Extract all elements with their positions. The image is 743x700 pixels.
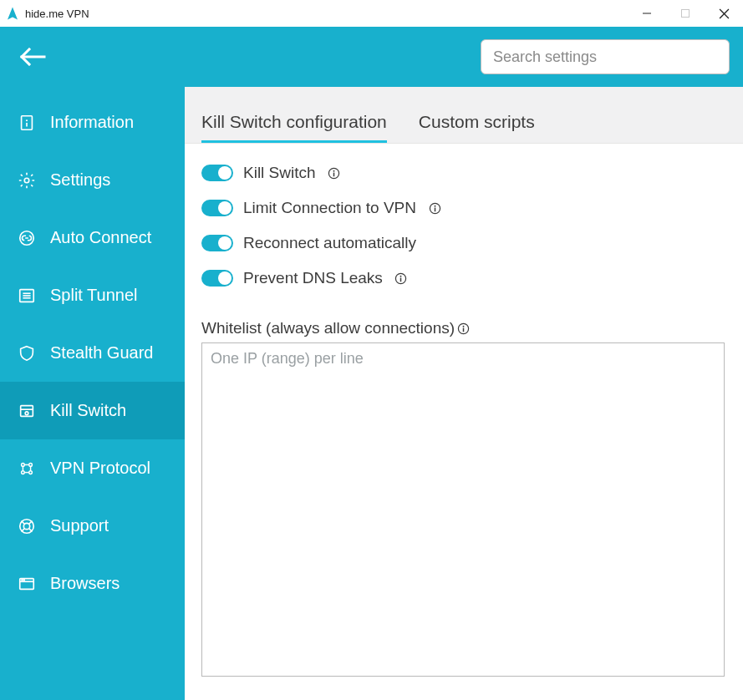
sidebar-item-kill-switch[interactable]: Kill Switch <box>0 382 185 439</box>
toggle-limit-connection[interactable] <box>201 200 233 216</box>
sidebar-item-label: Information <box>50 113 134 132</box>
svg-rect-40 <box>434 207 435 211</box>
sidebar-item-label: Support <box>50 516 109 535</box>
sidebar-item-support[interactable]: Support <box>0 497 185 555</box>
toggle-prevent-dns-leaks[interactable] <box>201 270 233 287</box>
svg-rect-1 <box>682 10 690 18</box>
content-area: Kill SwitchLimit Connection to VPNReconn… <box>185 144 743 700</box>
sidebar-item-stealth-guard[interactable]: Stealth Guard <box>0 324 185 382</box>
protocol-icon <box>17 459 37 479</box>
svg-point-8 <box>24 178 29 183</box>
sidebar-item-auto-connect[interactable]: Auto Connect <box>0 209 185 266</box>
svg-point-36 <box>333 170 335 171</box>
sidebar-item-label: Settings <box>50 170 110 190</box>
switch-icon <box>17 401 37 421</box>
svg-point-45 <box>462 325 464 327</box>
tab-kill-switch-config[interactable]: Kill Switch configuration <box>201 112 387 143</box>
minimize-button[interactable] <box>628 0 666 27</box>
toggle-row-prevent-dns-leaks: Prevent DNS Leaks <box>201 269 726 287</box>
lifebuoy-icon <box>17 516 37 536</box>
sidebar-item-label: Stealth Guard <box>50 343 153 363</box>
svg-point-19 <box>22 470 25 474</box>
sidebar-item-label: Auto Connect <box>50 228 151 247</box>
header-bar <box>0 27 743 87</box>
tab-custom-scripts[interactable]: Custom scripts <box>419 112 535 143</box>
svg-point-18 <box>29 463 33 466</box>
info-icon[interactable] <box>456 322 470 335</box>
sidebar-item-settings[interactable]: Settings <box>0 151 185 209</box>
toggle-label: Prevent DNS Leaks <box>243 269 383 287</box>
svg-point-6 <box>26 119 28 121</box>
svg-point-26 <box>23 523 29 529</box>
browser-icon <box>17 574 37 594</box>
sidebar-item-label: Kill Switch <box>50 401 126 420</box>
whitelist-textarea[interactable] <box>201 342 725 677</box>
search-input[interactable] <box>481 39 730 74</box>
svg-rect-43 <box>400 277 402 282</box>
sidebar-item-label: Split Tunnel <box>50 286 138 305</box>
toggle-label: Kill Switch <box>243 164 316 182</box>
app-logo-icon <box>5 6 20 21</box>
toggle-label: Reconnect automatically <box>243 234 416 252</box>
sidebar-item-browsers[interactable]: Browsers <box>0 555 185 612</box>
svg-rect-37 <box>333 172 335 176</box>
info-icon[interactable] <box>328 166 341 180</box>
list-icon <box>17 286 37 306</box>
gear-icon <box>17 170 37 190</box>
info-icon[interactable] <box>394 271 408 285</box>
back-button[interactable] <box>15 39 50 74</box>
main-panel: Kill Switch configurationCustom scripts … <box>185 87 743 700</box>
tab-bar: Kill Switch configurationCustom scripts <box>185 87 743 144</box>
svg-point-17 <box>22 463 25 466</box>
shield-icon <box>17 343 37 363</box>
svg-point-39 <box>434 205 435 206</box>
sidebar-item-vpn-protocol[interactable]: VPN Protocol <box>0 439 185 497</box>
whitelist-label-text: Whitelist (always allow connections) <box>201 319 455 337</box>
maximize-button[interactable] <box>666 0 705 27</box>
svg-rect-46 <box>462 327 464 332</box>
sidebar: InformationSettingsAuto ConnectSplit Tun… <box>0 87 185 700</box>
window-title: hide.me VPN <box>25 8 89 20</box>
svg-point-33 <box>22 579 23 580</box>
close-button[interactable] <box>705 0 743 27</box>
toggle-row-limit-connection: Limit Connection to VPN <box>201 199 726 217</box>
svg-point-16 <box>25 411 28 414</box>
info-file-icon <box>17 113 37 133</box>
whitelist-label: Whitelist (always allow connections) <box>201 319 726 337</box>
title-bar: hide.me VPN <box>0 0 743 27</box>
toggle-reconnect-auto[interactable] <box>201 235 233 251</box>
toggle-row-reconnect-auto: Reconnect automatically <box>201 234 726 252</box>
toggle-kill-switch[interactable] <box>201 165 233 181</box>
link-icon <box>17 228 37 248</box>
info-icon[interactable] <box>428 201 441 215</box>
svg-point-34 <box>23 579 24 580</box>
svg-point-42 <box>400 275 402 276</box>
toggle-label: Limit Connection to VPN <box>243 199 416 217</box>
sidebar-item-label: Browsers <box>50 574 120 593</box>
sidebar-item-split-tunnel[interactable]: Split Tunnel <box>0 266 185 324</box>
toggle-row-kill-switch: Kill Switch <box>201 164 726 182</box>
svg-point-20 <box>29 470 33 474</box>
sidebar-item-label: VPN Protocol <box>50 459 150 478</box>
sidebar-item-information[interactable]: Information <box>0 94 185 151</box>
